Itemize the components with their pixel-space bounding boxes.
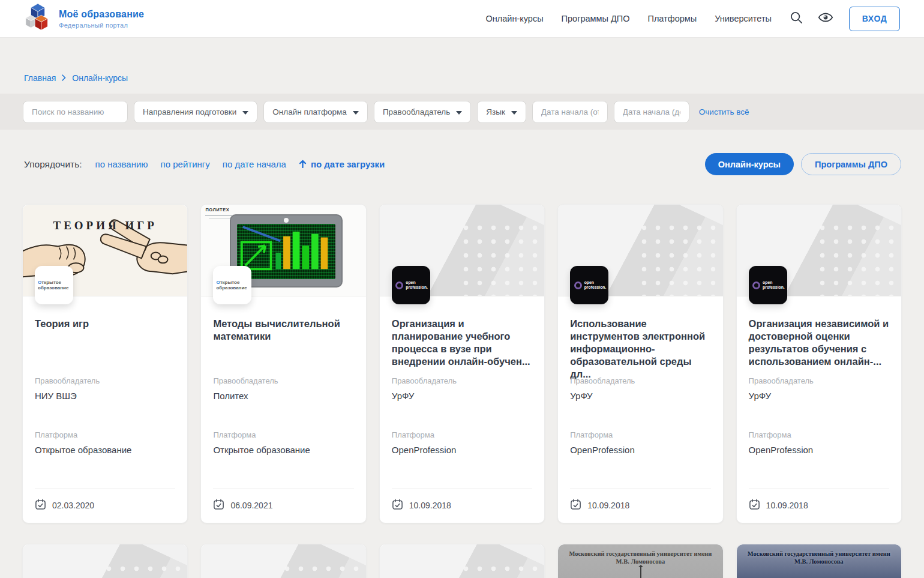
course-title[interactable]: Теория игр xyxy=(35,318,179,330)
dots-pattern xyxy=(459,562,545,578)
platform-value: Открытое образование xyxy=(35,445,175,455)
sort-links: по названию по рейтингу по дате начала п… xyxy=(95,159,385,170)
header-icons xyxy=(790,11,833,27)
card-divider xyxy=(570,489,710,489)
arrow-up-icon xyxy=(299,159,307,170)
rights-value: Политех xyxy=(213,391,353,401)
open-profession-ring-icon xyxy=(574,281,582,289)
language-dropdown[interactable]: Язык xyxy=(477,101,526,123)
course-cover-placeholder xyxy=(201,544,365,578)
course-title[interactable]: Использование инструментов электронной и… xyxy=(570,318,714,381)
sort-row: Упорядочить: по названию по рейтингу по … xyxy=(24,153,901,175)
nav-universities[interactable]: Университеты xyxy=(715,14,772,23)
brand[interactable]: Моё образование Федеральный портал xyxy=(24,2,144,35)
rights-block: Правообладатель УрФУ xyxy=(570,376,710,401)
rights-value: УрФУ xyxy=(749,391,889,401)
rights-value: УрФУ xyxy=(392,391,532,401)
platform-block: Платформа OpenProfession xyxy=(570,430,710,455)
sort-by-rating[interactable]: по рейтингу xyxy=(161,159,210,169)
brand-title: Моё образование xyxy=(59,9,144,20)
nav-online-courses[interactable]: Онлайн-курсы xyxy=(486,14,544,23)
toggle-online-courses[interactable]: Онлайн-курсы xyxy=(705,153,794,175)
rights-block: Правообладатель УрФУ xyxy=(749,376,889,401)
breadcrumb-home[interactable]: Главная xyxy=(24,73,56,83)
rightsholder-dropdown[interactable]: Правообладатель xyxy=(374,101,471,123)
platform-block: Платформа Открытое образование xyxy=(213,430,353,455)
course-grid-row-1: ТЕОРИЯ ИГР Открытое образование xyxy=(22,204,902,523)
nav-platforms[interactable]: Платформы xyxy=(647,14,697,23)
sort-by-upload-date[interactable]: по дате загрузки xyxy=(299,159,385,170)
card-divider xyxy=(392,489,532,489)
sort-by-start-date[interactable]: по дате начала xyxy=(223,159,286,169)
online-platform-dropdown[interactable]: Онлайн платформа xyxy=(263,101,368,123)
accessibility-eye-icon[interactable] xyxy=(818,11,833,26)
course-card[interactable]: Московский государственный университет и… xyxy=(557,544,723,578)
card-divider xyxy=(35,489,175,489)
course-card[interactable] xyxy=(22,544,188,578)
course-title[interactable]: Организация независимой и достоверной оц… xyxy=(749,318,893,368)
breadcrumb-current[interactable]: Онлайн-курсы xyxy=(72,73,128,83)
upload-date: 10.09.2018 xyxy=(749,499,808,512)
rights-block: Правообладатель НИУ ВШЭ xyxy=(35,376,175,401)
sort-label: Упорядочить: xyxy=(24,159,82,170)
search-by-name-field[interactable] xyxy=(23,101,128,123)
course-card[interactable]: open profession. Организация независимой… xyxy=(736,204,902,523)
chevron-down-icon xyxy=(511,107,517,116)
chevron-down-icon xyxy=(456,107,462,116)
rights-block: Правообладатель Политех xyxy=(213,376,353,401)
platform-block: Платформа OpenProfession xyxy=(749,430,889,455)
course-card[interactable]: ПОЛИТЕХ xyxy=(200,204,366,523)
view-toggle: Онлайн-курсы Программы ДПО xyxy=(705,153,901,175)
dots-pattern xyxy=(459,221,545,296)
brand-logo-icon xyxy=(24,2,52,35)
dots-pattern xyxy=(637,221,723,296)
filter-bar: Направления подготовки Онлайн платформа … xyxy=(0,94,924,130)
course-card[interactable]: Московский государственный университет и… xyxy=(736,544,902,578)
toggle-dpo-programs[interactable]: Программы ДПО xyxy=(801,153,901,175)
open-profession-badge: open profession. xyxy=(392,266,430,304)
directions-dropdown[interactable]: Направления подготовки xyxy=(134,101,257,123)
chevron-right-icon xyxy=(62,73,66,83)
rights-value: УрФУ xyxy=(570,391,710,401)
upload-date: 10.09.2018 xyxy=(570,499,629,512)
course-card[interactable]: open profession. Организация и планирова… xyxy=(379,204,545,523)
date-to-field[interactable] xyxy=(614,101,689,123)
course-card[interactable] xyxy=(200,544,366,578)
clear-all-link[interactable]: Очистить всё xyxy=(699,107,749,116)
open-profession-ring-icon xyxy=(395,281,403,289)
card-divider xyxy=(213,489,353,489)
rights-value: НИУ ВШЭ xyxy=(35,391,175,401)
rights-block: Правообладатель УрФУ xyxy=(392,376,532,401)
search-icon[interactable] xyxy=(790,11,803,27)
card-divider xyxy=(749,489,889,489)
course-title[interactable]: Методы вычислительной математики xyxy=(213,318,357,343)
main-nav: Онлайн-курсы Программы ДПО Платформы Уни… xyxy=(486,14,772,23)
course-card[interactable]: open profession. Использование инструмен… xyxy=(557,204,723,523)
calendar-check-icon xyxy=(392,499,403,512)
course-cover-placeholder xyxy=(380,544,544,578)
open-profession-badge: open profession. xyxy=(749,266,787,304)
sort-by-name[interactable]: по названию xyxy=(95,159,148,169)
page: Моё образование Федеральный портал Онлай… xyxy=(0,0,924,578)
date-from-input[interactable] xyxy=(541,107,599,116)
search-input[interactable] xyxy=(32,107,119,116)
platform-block: Платформа Открытое образование xyxy=(35,430,175,455)
course-title[interactable]: Организация и планирование учебного проц… xyxy=(392,318,536,368)
course-card[interactable]: ТЕОРИЯ ИГР Открытое образование xyxy=(22,204,188,523)
date-from-field[interactable] xyxy=(532,101,608,123)
course-card[interactable] xyxy=(379,544,545,578)
login-button[interactable]: ВХОД xyxy=(849,7,900,31)
breadcrumb: Главная Онлайн-курсы xyxy=(0,38,924,94)
msu-cover-image: Московский государственный университет и… xyxy=(558,544,722,578)
upload-date: 02.03.2020 xyxy=(35,499,94,512)
calendar-check-icon xyxy=(570,499,581,512)
cover-title-text: ТЕОРИЯ ИГР xyxy=(23,219,187,232)
politech-logo-line xyxy=(209,218,233,218)
upload-date: 06.09.2021 xyxy=(213,499,272,512)
nav-dpo-programs[interactable]: Программы ДПО xyxy=(562,14,630,23)
open-education-badge: Открытое образование xyxy=(213,266,251,304)
header: Моё образование Федеральный портал Онлай… xyxy=(0,0,924,38)
politech-logo: ПОЛИТЕХ xyxy=(205,207,229,212)
date-to-input[interactable] xyxy=(623,107,680,116)
platform-value: Открытое образование xyxy=(213,445,353,455)
